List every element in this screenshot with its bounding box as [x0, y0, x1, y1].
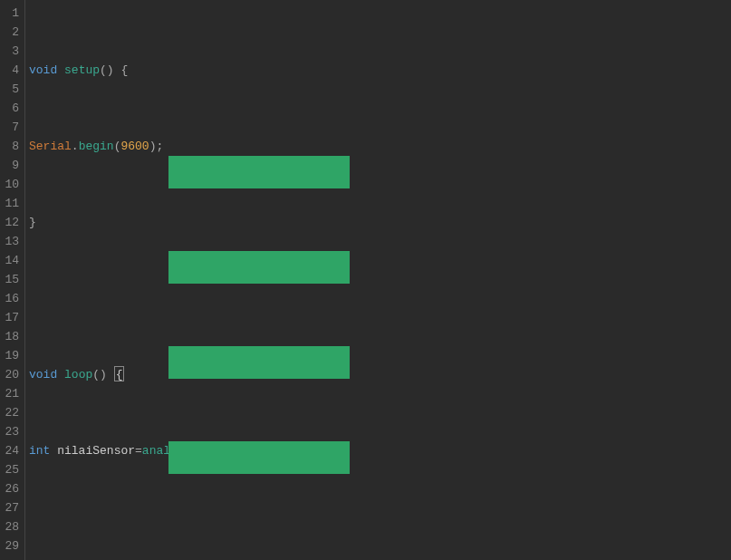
line-number: 13 [4, 232, 19, 251]
code-line[interactable]: } [29, 213, 731, 232]
line-number: 20 [4, 365, 19, 384]
number: 9600 [120, 140, 149, 153]
redaction-block [168, 156, 350, 188]
brace-close: } [29, 216, 36, 229]
function-loop: loop [64, 368, 92, 381]
line-number: 26 [4, 479, 19, 498]
keyword-int: int [29, 444, 50, 458]
code-line[interactable] [29, 517, 731, 536]
function-begin: begin [79, 140, 114, 153]
function-setup: setup [64, 63, 100, 77]
line-number: 25 [4, 460, 19, 479]
line-number: 4 [4, 61, 19, 80]
line-number: 11 [4, 194, 19, 213]
keyword-void: void [29, 63, 57, 77]
identifier: nilaiSensor [57, 444, 135, 458]
line-number: 8 [4, 137, 19, 156]
line-number: 10 [4, 175, 19, 194]
line-number: 22 [4, 403, 19, 422]
line-number: 29 [4, 536, 19, 555]
line-number: 3 [4, 42, 19, 61]
cursor-brace: { [114, 366, 125, 381]
line-number: 2 [4, 23, 19, 42]
redaction-block [168, 346, 350, 379]
object-serial: Serial [29, 140, 72, 153]
line-number: 5 [4, 80, 19, 99]
line-number: 1 [4, 4, 19, 23]
punct: ); [149, 140, 164, 153]
line-number: 6 [4, 99, 19, 118]
line-number: 15 [4, 270, 19, 289]
redaction-block [168, 251, 350, 284]
line-number: 27 [4, 498, 19, 517]
code-line[interactable]: int nilaiSensor=analogRead(A0); [29, 441, 731, 460]
line-number: 7 [4, 118, 19, 137]
code-line[interactable] [29, 289, 731, 308]
line-number: 16 [4, 289, 19, 308]
line-number: 19 [4, 346, 19, 365]
line-number: 17 [4, 308, 19, 327]
line-number: 9 [4, 156, 19, 175]
code-line[interactable]: void loop() { [29, 365, 731, 384]
line-number-gutter: 1 2 3 4 5 6 7 8 9 10 11 12 13 14 15 16 1… [0, 0, 25, 560]
operator: = [135, 444, 142, 458]
punct: () { [100, 63, 128, 77]
line-number: 21 [4, 384, 19, 403]
redaction-block [168, 441, 350, 474]
line-number: 14 [4, 251, 19, 270]
line-number: 12 [4, 213, 19, 232]
punct: . [72, 140, 79, 153]
keyword-void: void [29, 368, 57, 381]
line-number: 28 [4, 517, 19, 536]
punct: () [92, 368, 113, 381]
code-line[interactable]: Serial.begin(9600); [29, 137, 731, 156]
code-editor[interactable]: void setup() { Serial.begin(9600); } voi… [25, 0, 731, 560]
line-number: 23 [4, 422, 19, 441]
code-line[interactable]: void setup() { [29, 61, 731, 80]
line-number: 24 [4, 441, 19, 460]
line-number: 18 [4, 327, 19, 346]
